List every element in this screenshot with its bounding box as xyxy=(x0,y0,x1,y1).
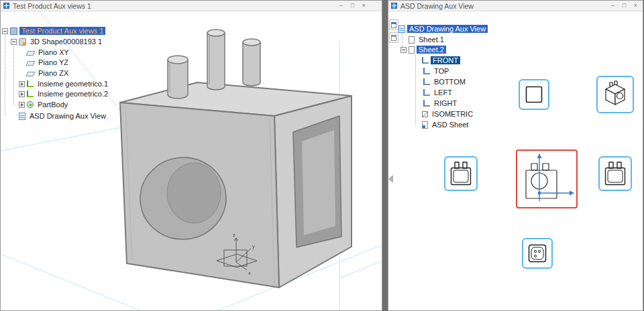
collapse-expander[interactable] xyxy=(11,39,17,45)
drawing-sheet-area[interactable]: ASD Drawing Aux View Sheet.1 Sheet.2 FRO… xyxy=(388,11,643,310)
tree-item-label[interactable]: 3D Shape00008193 1 xyxy=(28,38,104,46)
bottom-view-drawing xyxy=(524,84,544,105)
tree-item-label[interactable]: ASD Drawing Aux View xyxy=(28,112,108,120)
tree-item-sheet-2[interactable]: Sheet.2 xyxy=(400,45,446,54)
drawing-icon xyxy=(19,113,25,120)
left-titlebar: Test Product Aux views 1 – □ × xyxy=(1,1,382,11)
right-window-controls: – □ × xyxy=(608,1,640,10)
minimize-button[interactable]: – xyxy=(608,1,617,10)
tree-item-label[interactable]: LEFT xyxy=(432,88,454,97)
close-button[interactable]: × xyxy=(631,1,640,10)
tree-item-label[interactable]: Insieme geometrico.1 xyxy=(36,80,110,88)
plane-icon xyxy=(25,72,35,76)
tree-item-label[interactable]: Piano YZ xyxy=(36,58,70,66)
tree-item-label[interactable]: PartBody xyxy=(36,101,70,109)
tree-item-label[interactable]: RIGHT xyxy=(432,99,459,107)
right-view-drawing xyxy=(602,160,628,188)
collapse-expander[interactable] xyxy=(400,47,407,53)
side-opening[interactable] xyxy=(293,116,341,247)
toolbar-button-views[interactable] xyxy=(389,32,398,43)
tree-item-view-left[interactable]: LEFT xyxy=(423,88,454,97)
tree-item-label[interactable]: Sheet.2 xyxy=(417,46,446,54)
tree-item-label[interactable]: ASD Sheet xyxy=(430,121,470,129)
tree-item-view-right[interactable]: RIGHT xyxy=(423,99,459,108)
expand-expander[interactable] xyxy=(19,91,25,97)
panel-collapse-chevron-icon[interactable] xyxy=(388,175,393,183)
top-view-thumbnail[interactable] xyxy=(522,238,553,269)
front-view-drawing xyxy=(518,151,576,206)
tree-item-label[interactable]: Test Product Aux views 1 xyxy=(19,27,105,35)
tree-item-label[interactable]: TOP xyxy=(432,67,451,75)
drawing-window-icon xyxy=(391,3,397,9)
tree-item-plane-xy[interactable]: Piano XY xyxy=(27,48,71,57)
expand-expander[interactable] xyxy=(19,102,25,108)
tree-item-view-bottom[interactable]: BOTTOM xyxy=(423,77,468,86)
tree-item-label[interactable]: FRONT xyxy=(431,56,460,64)
view-icon xyxy=(423,78,430,85)
tree-item-label[interactable]: ISOMETRIC xyxy=(430,110,475,118)
tree-item-3d-shape[interactable]: 3D Shape00008193 1 xyxy=(11,37,104,46)
sheet-tool-icon xyxy=(391,22,396,28)
toolbar-button-sheet[interactable] xyxy=(389,19,398,30)
drawing-root-icon xyxy=(398,25,405,33)
tree-item-plane-zx[interactable]: Piano ZX xyxy=(27,68,70,78)
tree-item-asd-sheet[interactable]: ASD Sheet xyxy=(422,120,470,129)
tree-item-label[interactable]: ASD Drawing Aux View xyxy=(407,25,488,33)
tree-item-label[interactable]: Insieme geometrico.2 xyxy=(36,90,110,98)
tree-item-plane-yz[interactable]: Piano YZ xyxy=(27,58,70,67)
plane-icon xyxy=(25,51,35,56)
right-window-title: ASD Drawing Aux View xyxy=(400,2,474,10)
tree-item-geoset-1[interactable]: Insieme geometrico.1 xyxy=(19,79,110,88)
geometrical-set-icon xyxy=(27,90,34,97)
sheet-icon xyxy=(409,46,415,54)
tree-item-root-product[interactable]: Test Product Aux views 1 xyxy=(2,26,105,36)
left-view-drawing xyxy=(448,160,474,188)
maximize-button[interactable]: □ xyxy=(620,1,629,10)
window-icon xyxy=(3,3,9,9)
tree-connector xyxy=(415,54,416,125)
isometric-view-thumbnail[interactable] xyxy=(596,76,634,113)
axis-label-y: y xyxy=(252,244,255,249)
tree-item-geoset-2[interactable]: Insieme geometrico.2 xyxy=(19,89,110,99)
partbody-icon xyxy=(27,101,34,108)
close-button[interactable]: × xyxy=(360,1,368,10)
view-axis-arrows[interactable] xyxy=(537,153,575,201)
tree-item-sheet-1[interactable]: Sheet.1 xyxy=(409,35,446,44)
axis-label-x: x xyxy=(248,271,251,275)
tree-item-drawing-root[interactable]: ASD Drawing Aux View xyxy=(398,24,488,34)
window-drawing: ASD Drawing Aux View – □ × ASD Drawing A… xyxy=(388,0,643,311)
collapse-expander[interactable] xyxy=(2,28,8,34)
left-view-thumbnail[interactable] xyxy=(444,156,478,191)
view-icon xyxy=(423,68,430,74)
tree-item-view-isometric[interactable]: ISOMETRIC xyxy=(422,109,475,119)
front-view-thumbnail[interactable] xyxy=(516,149,578,208)
tree-item-view-top[interactable]: TOP xyxy=(423,66,451,76)
maximize-button[interactable]: □ xyxy=(348,1,357,10)
tree-item-label[interactable]: Piano ZX xyxy=(36,69,70,77)
tree-item-label[interactable]: BOTTOM xyxy=(432,78,468,86)
minimize-button[interactable]: – xyxy=(337,1,345,10)
left-window-controls: – □ × xyxy=(337,1,368,10)
window-3d-product: Test Product Aux views 1 – □ × xyxy=(0,0,382,311)
tree-item-partbody[interactable]: PartBody xyxy=(19,100,70,109)
geometrical-set-icon xyxy=(27,80,34,87)
left-window-title: Test Product Aux views 1 xyxy=(13,2,91,10)
axis-label-z: z xyxy=(233,233,235,237)
view-icon xyxy=(422,57,429,64)
expand-expander[interactable] xyxy=(19,81,25,87)
sheet-icon xyxy=(409,36,415,44)
tree-item-label[interactable]: Piano XY xyxy=(36,48,71,56)
viewport-3d[interactable]: z y x Test Product Aux views 1 3D Shape0… xyxy=(1,11,382,310)
bottom-view-thumbnail[interactable] xyxy=(519,79,549,110)
tree-item-asd-drawing[interactable]: ASD Drawing Aux View xyxy=(19,111,108,121)
asd-sheet-icon xyxy=(422,121,428,129)
isometric-view-icon xyxy=(422,111,428,117)
top-view-drawing xyxy=(527,243,548,264)
right-view-thumbnail[interactable] xyxy=(598,156,632,191)
shape-icon xyxy=(19,38,26,46)
tree-connector xyxy=(5,36,5,116)
view-icon xyxy=(423,89,430,96)
tree-item-label[interactable]: Sheet.1 xyxy=(417,36,446,44)
views-tool-icon xyxy=(391,35,396,41)
tree-item-view-front[interactable]: FRONT xyxy=(422,56,460,65)
